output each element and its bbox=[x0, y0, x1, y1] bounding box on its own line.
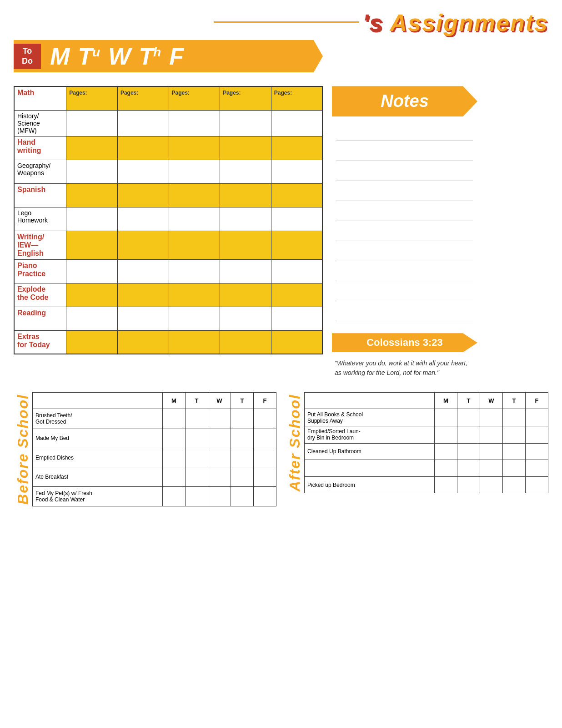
col-t3: T bbox=[457, 393, 480, 409]
subject-history: History/Science(MFW) bbox=[14, 110, 66, 136]
lego-wed bbox=[169, 207, 220, 231]
tuesday-label: Tu bbox=[78, 45, 100, 68]
notes-lines bbox=[332, 121, 477, 327]
check-cell bbox=[185, 409, 208, 429]
sp-thu bbox=[220, 183, 271, 207]
subject-writing: Writing/IEW—English bbox=[14, 231, 66, 259]
chore-bathroom: Cleaned Up Bathroom bbox=[305, 443, 435, 460]
wr-thu bbox=[220, 231, 271, 259]
rd-mon bbox=[66, 307, 118, 330]
table-row: Math Pages: Pages: Pages: Pages: Pages: bbox=[14, 86, 322, 110]
table-row: Geography/Weapons bbox=[14, 160, 322, 183]
hw-thu bbox=[220, 136, 271, 160]
header: 's Assignments bbox=[14, 9, 548, 36]
check-cell bbox=[231, 467, 253, 486]
wr-wed bbox=[169, 231, 220, 259]
math-fri: Pages: bbox=[271, 86, 322, 110]
lego-thu bbox=[220, 207, 271, 231]
history-tue bbox=[117, 110, 169, 136]
check-cell bbox=[502, 409, 525, 426]
pi-wed bbox=[169, 259, 220, 283]
check-cell bbox=[162, 486, 185, 506]
col-m: M bbox=[162, 393, 185, 409]
check-cell bbox=[480, 443, 502, 460]
notes-line-8 bbox=[336, 264, 473, 281]
after-school-table: M T W T F Put All Books & SchoolSupplies… bbox=[304, 392, 548, 493]
chore-books: Put All Books & SchoolSupplies Away bbox=[305, 409, 435, 426]
after-school-section: After School M T W T F Put All Books & S… bbox=[286, 392, 548, 493]
notes-line-4 bbox=[336, 184, 473, 201]
verse-banner: Colossians 3:23 bbox=[332, 333, 477, 352]
wr-fri bbox=[271, 231, 322, 259]
check-cell bbox=[434, 409, 457, 426]
hw-wed bbox=[169, 136, 220, 160]
chore-breakfast: Ate Breakfast bbox=[33, 467, 163, 486]
wednesday-label: W bbox=[108, 45, 130, 68]
notes-line-5 bbox=[336, 204, 473, 221]
check-cell bbox=[480, 460, 502, 477]
col-m2: M bbox=[434, 393, 457, 409]
check-cell bbox=[502, 426, 525, 443]
notes-line-6 bbox=[336, 224, 473, 241]
et-fri bbox=[271, 330, 322, 354]
sp-fri bbox=[271, 183, 322, 207]
rd-thu bbox=[220, 307, 271, 330]
lego-fri bbox=[271, 207, 322, 231]
table-row: PianoPractice bbox=[14, 259, 322, 283]
check-cell bbox=[208, 409, 231, 429]
after-school-label: After School bbox=[286, 392, 304, 493]
notes-line-10 bbox=[336, 304, 473, 321]
table-row: Brushed Teeth/Got Dressed bbox=[33, 409, 276, 429]
check-cell bbox=[525, 443, 548, 460]
math-tue: Pages: bbox=[117, 86, 169, 110]
todo-label: ToDo bbox=[14, 44, 41, 69]
col-w2: W bbox=[480, 393, 502, 409]
check-cell bbox=[525, 460, 548, 477]
check-cell bbox=[208, 429, 231, 448]
notes-line-2 bbox=[336, 144, 473, 161]
thursday-label: Th bbox=[139, 45, 161, 68]
chore-pet: Fed My Pet(s) w/ FreshFood & Clean Water bbox=[33, 486, 163, 506]
check-cell bbox=[457, 426, 480, 443]
chore-bedroom: Picked up Bedroom bbox=[305, 476, 435, 493]
et-tue bbox=[117, 330, 169, 354]
notes-line-7 bbox=[336, 244, 473, 261]
table-row: M T W T F bbox=[33, 393, 276, 409]
notes-line-9 bbox=[336, 284, 473, 301]
col-t2: T bbox=[231, 393, 253, 409]
check-cell bbox=[208, 486, 231, 506]
geo-mon bbox=[66, 160, 118, 183]
table-row: Reading bbox=[14, 307, 322, 330]
main-content: Math Pages: Pages: Pages: Pages: Pages: … bbox=[14, 86, 548, 379]
check-cell bbox=[502, 460, 525, 477]
table-row: Cleaned Up Bathroom bbox=[305, 443, 548, 460]
col-f: F bbox=[253, 393, 276, 409]
check-cell bbox=[502, 476, 525, 493]
check-cell bbox=[185, 467, 208, 486]
table-row bbox=[305, 460, 548, 477]
table-row: Spanish bbox=[14, 183, 322, 207]
table-row: Writing/IEW—English bbox=[14, 231, 322, 259]
history-fri bbox=[271, 110, 322, 136]
math-wed: Pages: bbox=[169, 86, 220, 110]
bottom-section: Before School M T W T F Brushed Teeth/Go… bbox=[14, 392, 548, 506]
math-mon: Pages: bbox=[66, 86, 118, 110]
table-row: Extrasfor Today bbox=[14, 330, 322, 354]
table-row: Fed My Pet(s) w/ FreshFood & Clean Water bbox=[33, 486, 276, 506]
name-underline bbox=[214, 21, 359, 23]
table-row: Emptied/Sorted Laun-dry Bin in Bedroom bbox=[305, 426, 548, 443]
check-cell bbox=[231, 448, 253, 467]
check-cell bbox=[457, 476, 480, 493]
table-row: Ate Breakfast bbox=[33, 467, 276, 486]
ex-wed bbox=[169, 283, 220, 307]
et-wed bbox=[169, 330, 220, 354]
subject-geography: Geography/Weapons bbox=[14, 160, 66, 183]
friday-label: F bbox=[169, 45, 184, 68]
pi-tue bbox=[117, 259, 169, 283]
monday-label: M bbox=[50, 45, 70, 68]
subject-handwriting: Handwriting bbox=[14, 136, 66, 160]
subject-spanish: Spanish bbox=[14, 183, 66, 207]
hw-tue bbox=[117, 136, 169, 160]
subject-extras: Extrasfor Today bbox=[14, 330, 66, 354]
lego-mon bbox=[66, 207, 118, 231]
